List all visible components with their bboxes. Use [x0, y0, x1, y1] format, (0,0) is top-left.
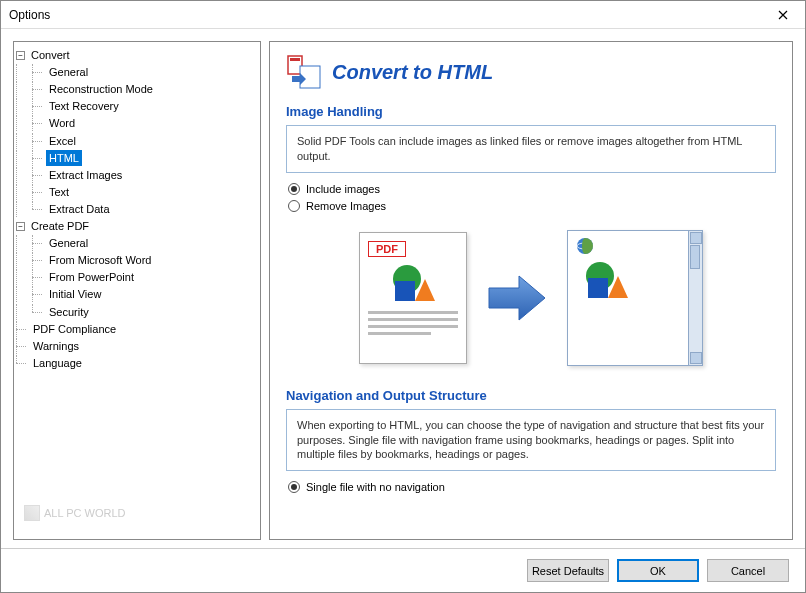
radio-icon — [288, 183, 300, 195]
radio-icon — [288, 200, 300, 212]
options-tree: −Convert GeneralReconstruction ModeText … — [16, 46, 258, 371]
tree-item-label[interactable]: Language — [30, 355, 85, 371]
tree-item-label[interactable]: Reconstruction Mode — [46, 81, 156, 97]
titlebar: Options — [1, 1, 805, 29]
tree-item-label[interactable]: Text — [46, 184, 72, 200]
reset-defaults-button[interactable]: Reset Defaults — [527, 559, 609, 582]
tree-node-convert[interactable]: −Convert GeneralReconstruction ModeText … — [16, 46, 258, 217]
tree-item-label[interactable]: Extract Images — [46, 167, 125, 183]
section-title-nav-output: Navigation and Output Structure — [286, 388, 776, 403]
tree-item[interactable]: Extract Data — [16, 200, 258, 217]
radio-label: Single file with no navigation — [306, 481, 445, 493]
radio-option[interactable]: Include images — [288, 183, 776, 195]
collapse-icon[interactable]: − — [16, 51, 25, 60]
tree-item[interactable]: Text Recovery — [16, 97, 258, 114]
pdf-badge-icon: PDF — [368, 241, 406, 257]
tree-item[interactable]: Word — [16, 114, 258, 131]
tree-item-label[interactable]: Security — [46, 304, 92, 320]
svg-rect-11 — [588, 278, 608, 298]
page-header: Convert to HTML — [286, 54, 776, 90]
window-title: Options — [9, 8, 50, 22]
ok-button[interactable]: OK — [617, 559, 699, 582]
tree-item[interactable]: General — [16, 63, 258, 80]
tree-item[interactable]: From PowerPoint — [16, 268, 258, 285]
tree-item[interactable]: General — [16, 234, 258, 251]
svg-rect-6 — [395, 281, 415, 301]
arrow-right-icon — [485, 270, 549, 326]
radio-label: Remove Images — [306, 200, 386, 212]
watermark: ALL PC WORLD — [24, 505, 126, 521]
tree-item-label[interactable]: Text Recovery — [46, 98, 122, 114]
page-title: Convert to HTML — [332, 61, 493, 84]
tree-item-label[interactable]: From PowerPoint — [46, 269, 137, 285]
tree-item[interactable]: Extract Images — [16, 166, 258, 183]
conversion-illustration: PDF — [286, 230, 776, 366]
content-panel: Convert to HTML Image Handling Solid PDF… — [269, 41, 793, 540]
tree-item-label[interactable]: Word — [46, 115, 78, 131]
tree-item[interactable]: Warnings — [16, 337, 258, 354]
tree-item[interactable]: Initial View — [16, 285, 258, 302]
tree-item[interactable]: HTML — [16, 149, 258, 166]
body-area: −Convert GeneralReconstruction ModeText … — [1, 29, 805, 548]
watermark-icon — [24, 505, 40, 521]
close-button[interactable] — [761, 1, 805, 29]
tree-panel: −Convert GeneralReconstruction ModeText … — [13, 41, 261, 540]
scroll-down-icon[interactable] — [690, 352, 702, 364]
section-title-image-handling: Image Handling — [286, 104, 776, 119]
svg-text:PDF: PDF — [376, 243, 398, 255]
radio-option[interactable]: Single file with no navigation — [288, 481, 776, 493]
svg-rect-1 — [290, 58, 300, 61]
tree-item-label[interactable]: PDF Compliance — [30, 321, 119, 337]
tree-item[interactable]: Excel — [16, 131, 258, 148]
tree-item[interactable]: Security — [16, 302, 258, 319]
globe-icon — [576, 237, 594, 255]
tree-item-label[interactable]: Excel — [46, 133, 79, 149]
shapes-icon — [576, 260, 636, 302]
tree-item-label[interactable]: Initial View — [46, 286, 104, 302]
radio-label: Include images — [306, 183, 380, 195]
scrollbar[interactable] — [688, 231, 702, 365]
tree-item-label[interactable]: Extract Data — [46, 201, 113, 217]
scroll-up-icon[interactable] — [690, 232, 702, 244]
tree-item-label[interactable]: General — [46, 235, 91, 251]
tree-item-label[interactable]: Warnings — [30, 338, 82, 354]
collapse-icon[interactable]: − — [16, 222, 25, 231]
convert-html-icon — [286, 54, 322, 90]
tree-item[interactable]: From Microsoft Word — [16, 251, 258, 268]
tree-item-label[interactable]: General — [46, 64, 91, 80]
html-doc-illustration — [567, 230, 703, 366]
cancel-button[interactable]: Cancel — [707, 559, 789, 582]
nav-output-desc: When exporting to HTML, you can choose t… — [286, 409, 776, 472]
scroll-thumb[interactable] — [690, 245, 700, 269]
radio-icon — [288, 481, 300, 493]
tree-item[interactable]: PDF Compliance — [16, 320, 258, 337]
shapes-icon — [383, 263, 443, 305]
pdf-doc-illustration: PDF — [359, 232, 467, 364]
tree-item[interactable]: Text — [16, 183, 258, 200]
close-icon — [778, 10, 788, 20]
radio-option[interactable]: Remove Images — [288, 200, 776, 212]
dialog-footer: Reset Defaults OK Cancel — [1, 548, 805, 592]
tree-item[interactable]: Reconstruction Mode — [16, 80, 258, 97]
image-handling-desc: Solid PDF Tools can include images as li… — [286, 125, 776, 173]
tree-node-create-pdf[interactable]: −Create PDF GeneralFrom Microsoft WordFr… — [16, 217, 258, 320]
tree-item-label[interactable]: From Microsoft Word — [46, 252, 154, 268]
tree-item[interactable]: Language — [16, 354, 258, 371]
tree-item-label[interactable]: HTML — [46, 150, 82, 166]
